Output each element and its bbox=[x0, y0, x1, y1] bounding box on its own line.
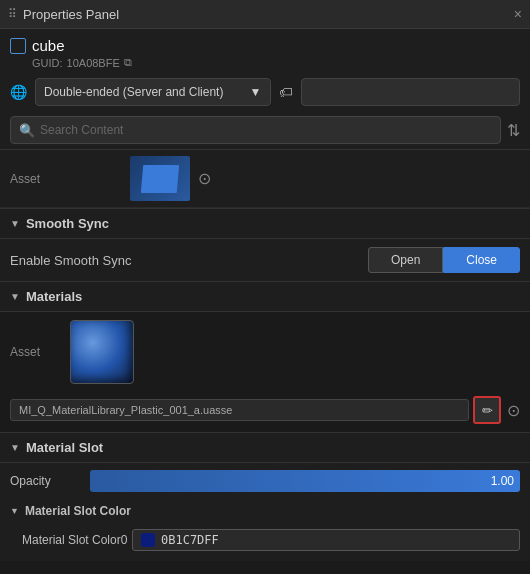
enable-smooth-sync-label: Enable Smooth Sync bbox=[10, 253, 368, 268]
search-icon: 🔍 bbox=[19, 123, 35, 138]
replication-dropdown[interactable]: Double-ended (Server and Client) ▼ bbox=[35, 78, 271, 106]
asset-thumbnail bbox=[130, 156, 190, 201]
materials-arrow-icon: ▼ bbox=[10, 291, 20, 302]
material-slot-arrow-icon: ▼ bbox=[10, 442, 20, 453]
material-asset-label: Asset bbox=[10, 345, 60, 359]
color-swatch bbox=[141, 533, 155, 547]
drag-icon: ⠿ bbox=[8, 7, 17, 21]
copy-guid-icon[interactable]: ⧉ bbox=[124, 56, 132, 69]
search-input[interactable]: Search Content bbox=[40, 123, 123, 137]
opacity-label: Opacity bbox=[10, 474, 90, 488]
object-header: cube GUID: 10A08BFE ⧉ bbox=[0, 29, 530, 73]
smooth-sync-open-button[interactable]: Open bbox=[368, 247, 443, 273]
enable-smooth-sync-row: Enable Smooth Sync Open Close bbox=[0, 239, 530, 281]
filter-icon[interactable]: ⇅ bbox=[507, 121, 520, 140]
material-path-text: MI_Q_MaterialLibrary_Plastic_001_a.uasse bbox=[10, 399, 469, 421]
asset-target-icon[interactable]: ⊙ bbox=[198, 169, 211, 188]
globe-icon: 🌐 bbox=[10, 84, 27, 100]
guid-row: GUID: 10A08BFE ⧉ bbox=[32, 56, 520, 69]
asset-label: Asset bbox=[10, 172, 90, 186]
opacity-slider[interactable]: 1.00 bbox=[90, 470, 520, 492]
edit-icon: ✏ bbox=[482, 403, 493, 418]
material-slot-header[interactable]: ▼ Material Slot bbox=[0, 432, 530, 463]
material-slot-color-value[interactable]: 0B1C7DFF bbox=[132, 529, 520, 551]
materials-title: Materials bbox=[26, 289, 82, 304]
tag-icon: 🏷 bbox=[279, 84, 293, 100]
smooth-sync-btn-group: Open Close bbox=[368, 247, 520, 273]
opacity-row: Opacity 1.00 bbox=[0, 463, 530, 499]
tag-input[interactable] bbox=[301, 78, 521, 106]
search-inner: 🔍 Search Content bbox=[10, 116, 501, 144]
smooth-sync-close-button[interactable]: Close bbox=[443, 247, 520, 273]
chevron-down-icon: ▼ bbox=[250, 85, 262, 99]
asset-row: Asset ⊙ bbox=[0, 150, 530, 208]
material-slot-color-subtitle: Material Slot Color bbox=[25, 504, 131, 518]
smooth-sync-header[interactable]: ▼ Smooth Sync bbox=[0, 208, 530, 239]
panel-title: Properties Panel bbox=[23, 7, 508, 22]
smooth-sync-title: Smooth Sync bbox=[26, 216, 109, 231]
asset-shape bbox=[141, 165, 179, 193]
replication-value: Double-ended (Server and Client) bbox=[44, 85, 223, 99]
search-bar: 🔍 Search Content ⇅ bbox=[0, 111, 530, 150]
material-path-row: MI_Q_MaterialLibrary_Plastic_001_a.uasse… bbox=[0, 392, 530, 432]
material-slot-title: Material Slot bbox=[26, 440, 103, 455]
material-slot-color-row: Material Slot Color0 0B1C7DFF bbox=[0, 523, 530, 561]
material-edit-button[interactable]: ✏ bbox=[473, 396, 501, 424]
close-icon[interactable]: × bbox=[514, 6, 522, 22]
object-title: cube bbox=[32, 37, 65, 54]
guid-label: GUID: bbox=[32, 57, 63, 69]
material-thumbnail bbox=[70, 320, 134, 384]
material-slot-color-arrow-icon: ▼ bbox=[10, 506, 19, 516]
opacity-value: 1.00 bbox=[491, 474, 514, 488]
opacity-bar: 1.00 bbox=[90, 470, 520, 492]
material-asset-row: Asset bbox=[0, 312, 530, 392]
object-name-row: cube bbox=[10, 37, 520, 54]
material-target-icon[interactable]: ⊙ bbox=[507, 401, 520, 420]
guid-value: 10A08BFE bbox=[67, 57, 120, 69]
materials-header[interactable]: ▼ Materials bbox=[0, 281, 530, 312]
cube-icon bbox=[10, 38, 26, 54]
material-slot-color-label: Material Slot Color0 bbox=[22, 533, 132, 547]
smooth-sync-arrow-icon: ▼ bbox=[10, 218, 20, 229]
material-slot-color-subheader[interactable]: ▼ Material Slot Color bbox=[0, 499, 530, 523]
replication-row: 🌐 Double-ended (Server and Client) ▼ 🏷 bbox=[0, 73, 530, 111]
title-bar: ⠿ Properties Panel × bbox=[0, 0, 530, 29]
color-hex-text: 0B1C7DFF bbox=[161, 533, 219, 547]
